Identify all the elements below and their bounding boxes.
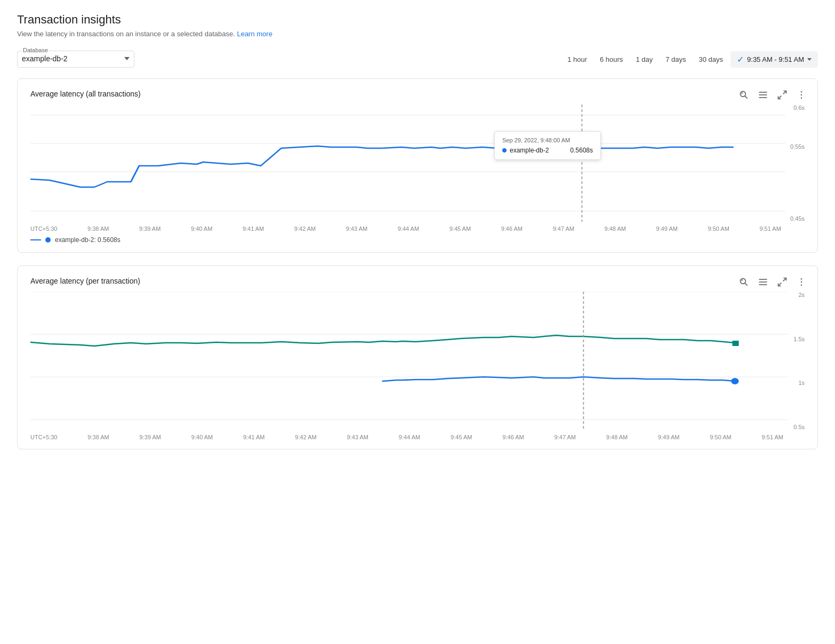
chart2-y-axis: 2s 1.5s 1s 0.5s <box>788 292 805 430</box>
chart2-actions <box>736 275 809 289</box>
page-title: Transaction insights <box>17 13 818 27</box>
time-btn-1day[interactable]: 1 day <box>630 52 658 67</box>
y-label-045: 0.45s <box>790 215 805 222</box>
x-label-941: 9:41 AM <box>243 226 264 232</box>
y2-label-05s: 0.5s <box>792 424 805 430</box>
x-label-944: 9:44 AM <box>398 226 419 232</box>
svg-point-0 <box>740 91 745 96</box>
x2-label-943: 9:43 AM <box>347 434 368 440</box>
x-label-945: 9:45 AM <box>449 226 471 232</box>
svg-point-22 <box>801 278 802 280</box>
chart1-actions <box>736 87 809 102</box>
chart1-fullscreen-button[interactable] <box>775 87 790 102</box>
x-label-950: 9:50 AM <box>708 226 729 232</box>
chart1-line <box>30 145 733 187</box>
chart1-title: Average latency (all transactions) <box>30 90 805 98</box>
chart2-legend-button[interactable] <box>756 275 770 289</box>
chart2-search-button[interactable] <box>736 275 751 289</box>
x2-label-950: 9:50 AM <box>710 434 731 440</box>
learn-more-link[interactable]: Learn more <box>237 30 272 38</box>
svg-line-21 <box>778 283 782 286</box>
x2-label-948: 9:48 AM <box>606 434 628 440</box>
svg-point-7 <box>801 91 802 93</box>
x2-label-940: 9:40 AM <box>191 434 213 440</box>
time-btn-6hours[interactable]: 6 hours <box>595 52 628 67</box>
chart1-more-button[interactable] <box>794 87 809 102</box>
chart2-more-button[interactable] <box>794 275 809 289</box>
x-label-948: 9:48 AM <box>605 226 626 232</box>
chart1-legend: example-db-2: 0.5608s <box>30 236 805 244</box>
y-label-055: 0.55s <box>790 143 805 150</box>
chart2-fullscreen-button[interactable] <box>775 275 790 289</box>
controls-row: Database example-db-2 1 hour 6 hours 1 d… <box>17 51 818 68</box>
svg-line-20 <box>783 278 786 281</box>
x-label-940: 9:40 AM <box>191 226 212 232</box>
x-label-939: 9:39 AM <box>139 226 160 232</box>
x2-label-941: 9:41 AM <box>243 434 264 440</box>
time-btn-1hour[interactable]: 1 hour <box>562 52 592 67</box>
chart1-card: Average latency (all transactions) <box>17 78 818 253</box>
chart1-legend-text: example-db-2: 0.5608s <box>55 236 121 244</box>
y-label-06: 0.6s <box>790 104 805 111</box>
check-icon: ✓ <box>737 54 744 65</box>
x-label-947: 9:47 AM <box>553 226 574 232</box>
x2-label-utc: UTC+5:30 <box>30 434 57 440</box>
x-label-942: 9:42 AM <box>294 226 316 232</box>
database-dropdown[interactable]: example-db-2 <box>22 52 130 65</box>
y2-label-15s: 1.5s <box>792 336 805 342</box>
legend-dot <box>45 237 51 243</box>
chart1-search-button[interactable] <box>736 87 751 102</box>
chart1-x-axis: UTC+5:30 9:38 AM 9:39 AM 9:40 AM 9:41 AM… <box>30 226 805 232</box>
svg-point-8 <box>801 94 802 96</box>
dropdown-arrow-icon <box>807 58 812 61</box>
x-label-938: 9:38 AM <box>87 226 109 232</box>
x2-label-942: 9:42 AM <box>295 434 316 440</box>
chart2-svg <box>30 292 788 430</box>
chart2-title: Average latency (per transaction) <box>30 277 805 285</box>
time-range-button[interactable]: ✓ 9:35 AM - 9:51 AM <box>730 51 818 68</box>
chart2-card: Average latency (per transaction) <box>17 265 818 449</box>
chart1-container: Sep 29, 2022, 9:48:00 AM example-db-2 0.… <box>30 104 805 223</box>
chart1-svg <box>30 104 785 222</box>
svg-point-23 <box>801 281 802 283</box>
x2-label-944: 9:44 AM <box>399 434 420 440</box>
x2-label-946: 9:46 AM <box>502 434 524 440</box>
svg-line-16 <box>745 283 748 286</box>
time-range-value: 9:35 AM - 9:51 AM <box>747 55 804 63</box>
y2-label-1s: 1s <box>792 380 805 386</box>
svg-line-1 <box>745 96 748 99</box>
svg-point-15 <box>740 278 745 284</box>
chart2-container: 2s 1.5s 1s 0.5s <box>30 292 805 432</box>
chart1-area: Sep 29, 2022, 9:48:00 AM example-db-2 0.… <box>30 104 785 223</box>
database-selector[interactable]: Database example-db-2 <box>17 51 134 68</box>
time-btn-30days[interactable]: 30 days <box>694 52 729 67</box>
chart1-y-axis: 0.6s 0.55s 0.45s <box>785 104 805 222</box>
svg-line-5 <box>783 91 786 94</box>
svg-point-9 <box>801 98 802 99</box>
chart2-blue-marker <box>731 378 738 384</box>
legend-line-icon <box>30 239 41 240</box>
svg-point-24 <box>801 285 802 286</box>
x-label-943: 9:43 AM <box>346 226 367 232</box>
database-value: example-db-2 <box>22 54 68 63</box>
chevron-down-icon <box>118 57 130 60</box>
chart2-x-axis: UTC+5:30 9:38 AM 9:39 AM 9:40 AM 9:41 AM… <box>30 434 805 440</box>
chart1-legend-button[interactable] <box>756 87 770 102</box>
x2-label-938: 9:38 AM <box>87 434 109 440</box>
chart2-teal-line <box>30 335 735 346</box>
x2-label-945: 9:45 AM <box>451 434 472 440</box>
svg-line-6 <box>778 96 782 99</box>
page-subtitle: View the latency in transactions on an i… <box>17 30 818 38</box>
y2-label-2s: 2s <box>792 292 805 298</box>
x-label-utc: UTC+5:30 <box>30 226 57 232</box>
x-label-949: 9:49 AM <box>656 226 678 232</box>
time-controls: 1 hour 6 hours 1 day 7 days 30 days ✓ 9:… <box>562 51 818 68</box>
x2-label-947: 9:47 AM <box>555 434 576 440</box>
x2-label-939: 9:39 AM <box>140 434 161 440</box>
x-label-946: 9:46 AM <box>501 226 523 232</box>
x2-label-951: 9:51 AM <box>762 434 783 440</box>
chart2-blue-line <box>383 377 735 381</box>
x2-label-949: 9:49 AM <box>658 434 679 440</box>
time-btn-7days[interactable]: 7 days <box>660 52 691 67</box>
chart2-teal-marker <box>733 341 739 346</box>
